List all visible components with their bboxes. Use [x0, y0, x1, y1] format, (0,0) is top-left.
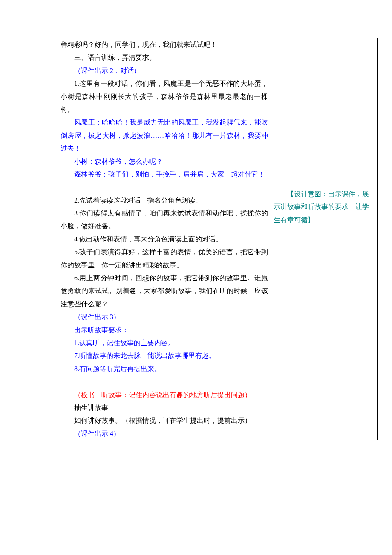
listen-req-8: 8.有问题等听完后再提出来。: [61, 363, 268, 375]
blank-line: [61, 181, 268, 194]
side-note-cell: 【设计意图：出示课件，展示讲故事和听故事的要求，让学生有章可循】: [271, 38, 378, 440]
listen-req-heading: 出示听故事要求：: [61, 324, 268, 337]
courseware-note-2: （课件出示 2：对话）: [61, 64, 268, 77]
para-item-4: 4.做出动作和表情，再来分角色演读上面的对话。: [61, 233, 268, 246]
heading-section-3: 三、语言训练，弄清要求。: [61, 51, 268, 64]
para-pick-student: 抽生讲故事: [61, 401, 268, 414]
listen-req-7: 7.听懂故事的来龙去脉，能说出故事哪里有趣。: [61, 349, 268, 362]
board-note: （板书：听故事：记住内容说出有趣的地方听后提出问题）: [61, 389, 268, 401]
listen-req-1: 1.认真听，记住故事的主要内容。: [61, 337, 268, 349]
para-item-1: 1.这里有一段对话，你们看，风魔王是一个无恶不作的大坏蛋，小树是森林中刚刚长大的…: [61, 77, 268, 116]
para-item-5: 5.孩子们表演得真好，这样丰富的表情，优美的语言，把它带到你的故事里，你一定能讲…: [61, 246, 268, 272]
para-item-6: 6.用上两分钟时间，回想你的故事，把它带到你的故事里。谁愿意勇敢的来试试。别着急…: [61, 272, 268, 311]
dialogue-xiaoshu: 小树：森林爷爷，怎么办呢？: [61, 155, 268, 168]
courseware-note-3: （课件出示 3）: [61, 311, 268, 323]
courseware-note-4: （课件出示 4）: [61, 427, 268, 440]
dialogue-senlinyeye: 森林爷爷：孩子们，别怕，手挽手，肩并肩，大家一起对付它！: [61, 168, 268, 181]
para-item-3: 3.你们读得太有感情了，咱们再来试试表情和动作吧，揉揉你的小脸，做好准备。: [61, 207, 268, 233]
para-item-2: 2.先试着读读这段对话，指名分角色朗读。: [61, 194, 268, 207]
para-1: 样精彩吗？好的，同学们，现在，我们就来试试吧！: [61, 38, 268, 51]
design-intent-note: 【设计意图：出示课件，展示讲故事和听故事的要求，让学生有章可循】: [274, 188, 375, 227]
blank-line-2: [61, 375, 268, 388]
para-how-to-tell: 如何讲好故事。（根据情况，可在学生提出时，提前出示）: [61, 414, 268, 427]
dialogue-fengmowang: 风魔王：哈哈哈！我是威力无比的风魔王，我发起脾气来，能吹倒房屋，拔起大树，掀起波…: [61, 116, 268, 155]
main-content-cell: 样精彩吗？好的，同学们，现在，我们就来试试吧！ 三、语言训练，弄清要求。 （课件…: [58, 38, 271, 440]
